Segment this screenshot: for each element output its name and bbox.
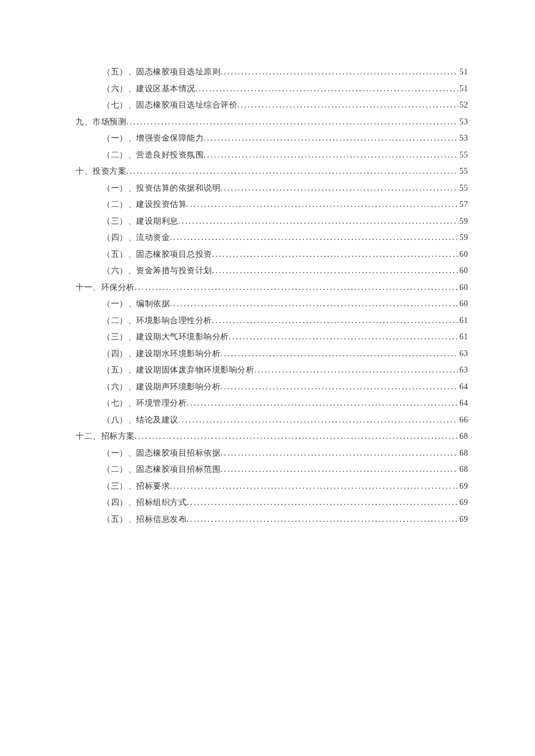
toc-leader-dots <box>179 415 459 425</box>
toc-entry-label: （五）、建设期固体废弃物环境影响分析 <box>102 365 254 375</box>
toc-entry-page: 61 <box>459 332 468 342</box>
toc-entry-label: 九、市场预测 <box>76 117 126 127</box>
toc-entry-page: 60 <box>459 299 468 309</box>
toc-entry: （四）、建设期水环境影响分析63 <box>67 349 468 359</box>
toc-entry-label: （四）、建设期水环境影响分析 <box>102 349 220 359</box>
toc-entry: 九、市场预测53 <box>67 117 468 127</box>
toc-entry-page: 68 <box>459 432 468 441</box>
toc-entry-label: 十一、环保分析 <box>76 282 135 293</box>
toc-entry: （二）、固态橡胶项目招标范围68 <box>67 464 468 475</box>
toc-entry-page: 69 <box>459 515 468 524</box>
toc-entry: （五）、招标信息发布69 <box>67 514 468 525</box>
toc-entry: （二）、环境影响合理性分析61 <box>67 316 468 326</box>
toc-leader-dots <box>229 332 459 342</box>
toc-entry-page: 69 <box>459 498 468 507</box>
toc-entry: （六）、建设区基本情况51 <box>67 84 468 94</box>
toc-entry: （四）、流动资金59 <box>67 232 468 243</box>
toc-entry-label: （六）、建设区基本情况 <box>102 84 195 94</box>
toc-leader-dots <box>135 432 459 441</box>
toc-entry-page: 64 <box>459 399 468 408</box>
toc-entry-label: （七）、环境管理分析 <box>102 398 187 409</box>
toc-entry-page: 57 <box>459 200 468 209</box>
toc-entry-label: （二）、营造良好投资氛围 <box>102 150 204 160</box>
toc-leader-dots <box>126 117 458 127</box>
toc-leader-dots <box>204 151 458 160</box>
toc-leader-dots <box>212 316 459 325</box>
toc-entry-label: （一）、投资估算的依据和说明 <box>102 183 220 194</box>
toc-leader-dots <box>220 382 458 392</box>
toc-entry-page: 66 <box>459 415 468 425</box>
toc-entry: （七）、环境管理分析64 <box>67 398 468 409</box>
toc-leader-dots <box>187 498 458 507</box>
toc-entry-page: 63 <box>459 349 468 359</box>
toc-entry-page: 55 <box>459 167 468 176</box>
toc-entry-page: 63 <box>459 366 468 375</box>
toc-entry: （五）、固态橡胶项目总投资60 <box>67 249 468 260</box>
toc-entry: （一）、投资估算的依据和说明55 <box>67 183 468 194</box>
toc-entry: 十一、环保分析60 <box>67 282 468 293</box>
toc-leader-dots <box>220 449 458 458</box>
toc-entry: （四）、招标组织方式69 <box>67 497 468 508</box>
toc-leader-dots <box>254 366 458 375</box>
toc-leader-dots <box>220 465 458 474</box>
toc-entry-label: （四）、流动资金 <box>102 232 170 243</box>
toc-leader-dots <box>187 200 458 209</box>
toc-entry-page: 53 <box>459 134 468 143</box>
toc-entry-label: （五）、固态橡胶项目总投资 <box>102 249 212 260</box>
toc-entry-label: （一）、编制依据 <box>102 299 170 309</box>
toc-entry: 十、投资方案55 <box>67 166 468 177</box>
toc-page: （五）、固态橡胶项目选址原则51（六）、建设区基本情况51（七）、固态橡胶项目选… <box>0 0 535 525</box>
toc-entry-page: 68 <box>459 449 468 458</box>
toc-entry: （六）、资金筹措与投资计划60 <box>67 266 468 276</box>
toc-entry: （五）、固态橡胶项目选址原则51 <box>67 67 468 77</box>
toc-entry-page: 60 <box>459 250 468 259</box>
toc-entry-label: （八）、结论及建议 <box>102 415 179 425</box>
toc-entry-page: 60 <box>459 266 468 275</box>
toc-list: （五）、固态橡胶项目选址原则51（六）、建设区基本情况51（七）、固态橡胶项目选… <box>67 67 468 525</box>
toc-leader-dots <box>204 134 458 143</box>
toc-entry-page: 61 <box>459 316 468 325</box>
toc-entry-label: （二）、固态橡胶项目招标范围 <box>102 464 220 475</box>
toc-leader-dots <box>170 299 458 309</box>
toc-entry: （一）、增强资金保障能力53 <box>67 133 468 144</box>
toc-entry: （一）、固态橡胶项目招标依据68 <box>67 448 468 458</box>
toc-entry-page: 55 <box>459 151 468 160</box>
toc-entry: （一）、编制依据60 <box>67 299 468 309</box>
toc-entry-label: （三）、建设期利息 <box>102 216 179 227</box>
toc-entry-label: （一）、增强资金保障能力 <box>102 133 204 144</box>
toc-leader-dots <box>220 67 458 77</box>
toc-leader-dots <box>126 167 458 176</box>
toc-leader-dots <box>179 217 459 226</box>
toc-entry-page: 52 <box>459 101 468 110</box>
toc-leader-dots <box>212 250 459 259</box>
toc-leader-dots <box>195 84 459 94</box>
toc-entry: 十二、招标方案68 <box>67 431 468 442</box>
toc-entry: （六）、建设期声环境影响分析64 <box>67 382 468 392</box>
toc-entry-page: 60 <box>459 283 468 292</box>
toc-entry-page: 53 <box>459 117 468 127</box>
toc-entry: （三）、招标要求69 <box>67 481 468 492</box>
toc-leader-dots <box>135 283 459 292</box>
toc-entry-label: （五）、固态橡胶项目选址原则 <box>102 67 220 77</box>
toc-leader-dots <box>187 515 458 524</box>
toc-entry-page: 68 <box>459 465 468 474</box>
toc-leader-dots <box>237 101 458 110</box>
toc-entry: （七）、固态橡胶项目选址综合评价52 <box>67 100 468 110</box>
toc-entry-label: 十二、招标方案 <box>76 431 135 442</box>
toc-entry-label: （二）、建设投资估算 <box>102 199 187 210</box>
toc-leader-dots <box>220 184 458 193</box>
toc-entry-label: （五）、招标信息发布 <box>102 514 187 525</box>
toc-entry-page: 51 <box>459 84 468 94</box>
toc-entry-label: （六）、资金筹措与投资计划 <box>102 266 212 276</box>
toc-leader-dots <box>170 482 458 491</box>
toc-entry: （三）、建设期利息59 <box>67 216 468 227</box>
toc-entry: （八）、结论及建议66 <box>67 415 468 425</box>
toc-leader-dots <box>187 399 458 408</box>
toc-entry-label: （三）、招标要求 <box>102 481 170 492</box>
toc-entry-label: （三）、建设期大气环境影响分析 <box>102 332 229 342</box>
toc-entry-page: 51 <box>459 67 468 77</box>
toc-entry-page: 59 <box>459 233 468 242</box>
toc-leader-dots <box>212 266 459 275</box>
toc-entry: （五）、建设期固体废弃物环境影响分析63 <box>67 365 468 375</box>
toc-entry: （三）、建设期大气环境影响分析61 <box>67 332 468 342</box>
